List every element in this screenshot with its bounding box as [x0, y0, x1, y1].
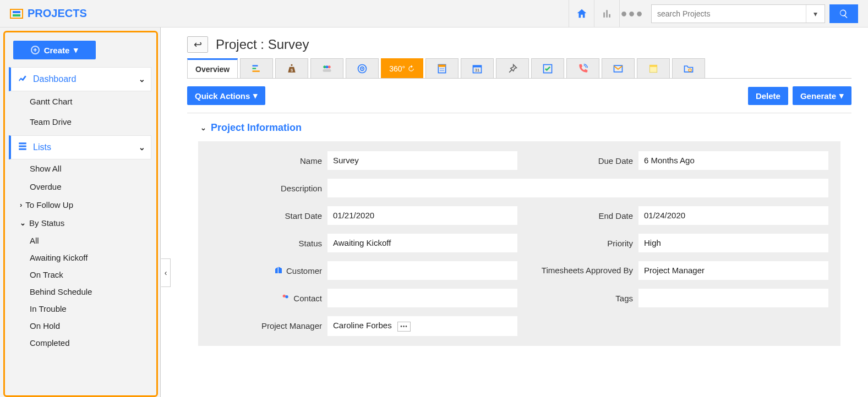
tab-money-icon[interactable]: $ [275, 58, 308, 78]
label-customer: Customer [220, 266, 322, 276]
sidebar: + Create ▾ Dashboard ⌄ Gantt Chart Team … [0, 27, 161, 397]
svg-rect-12 [439, 64, 446, 67]
nav-tofollowup[interactable]: › To Follow Up [3, 196, 157, 214]
label-description: Description [220, 184, 322, 193]
people-icon [281, 293, 290, 304]
label-customer-text: Customer [286, 266, 322, 275]
nav-dashboard[interactable]: Dashboard ⌄ [9, 67, 151, 91]
nav-gantt[interactable]: Gantt Chart [3, 91, 157, 112]
svg-rect-16 [473, 65, 482, 67]
value-pm-text: Caroline Forbes [333, 321, 392, 330]
caret-down-icon: ▾ [839, 91, 844, 101]
search-button[interactable] [829, 4, 858, 23]
tabstrip: Overview $ 360° 31 [187, 58, 851, 79]
brand-label: PROJECTS [28, 7, 87, 20]
value-name[interactable]: Survey [327, 151, 517, 170]
tab-overview[interactable]: Overview [187, 58, 238, 78]
nav-lists[interactable]: Lists ⌄ [9, 135, 151, 159]
status-onhold[interactable]: On Hold [3, 317, 157, 334]
value-contact[interactable] [327, 289, 517, 307]
nav-lists-label: Lists [33, 142, 51, 152]
value-priority[interactable]: High [638, 234, 828, 252]
nav-overdue[interactable]: Overdue [3, 178, 157, 196]
main: ↩ Project : Survey Overview $ 360° [161, 27, 868, 397]
value-description[interactable] [327, 179, 828, 197]
svg-rect-7 [323, 69, 331, 71]
nav-bystatus[interactable]: ⌄ By Status [3, 214, 157, 232]
svg-rect-0 [253, 65, 258, 67]
status-ontrack[interactable]: On Track [3, 266, 157, 283]
search-caret-icon[interactable]: ▾ [806, 5, 825, 23]
svg-rect-2 [253, 70, 260, 71]
chart-icon[interactable] [594, 0, 619, 27]
nav-showall[interactable]: Show All [3, 159, 157, 178]
more-icon[interactable]: ●●● [619, 0, 645, 27]
nav-tofollowup-label: To Follow Up [25, 200, 73, 209]
value-end-date[interactable]: 01/24/2020 [638, 206, 828, 225]
back-button[interactable]: ↩ [187, 36, 208, 53]
label-priority: Priority [523, 239, 633, 248]
sidebar-collapse-handle[interactable]: ‹ [161, 258, 171, 287]
caret-down-icon: ▾ [253, 91, 258, 101]
value-due-date[interactable]: 6 Months Ago [638, 151, 828, 170]
svg-point-6 [326, 65, 329, 68]
status-all[interactable]: All [3, 232, 157, 249]
value-pm[interactable]: Caroline Forbes ••• [327, 316, 517, 336]
tab-360[interactable]: 360° [381, 58, 423, 78]
home-icon[interactable] [569, 0, 594, 27]
tab-pin-icon[interactable] [496, 58, 529, 78]
tab-360-label: 360° [389, 64, 405, 73]
svg-text:31: 31 [475, 68, 479, 73]
tab-note-icon[interactable] [637, 58, 670, 78]
svg-rect-21 [650, 65, 657, 67]
nav-dashboard-label: Dashboard [33, 74, 76, 84]
tab-phone-icon[interactable] [566, 58, 599, 78]
nav-teamdrive[interactable]: Team Drive [3, 112, 157, 132]
label-end-date: End Date [523, 211, 633, 220]
brand[interactable]: PROJECTS [4, 7, 87, 20]
tab-check-icon[interactable] [531, 58, 564, 78]
tab-folder-icon[interactable] [672, 58, 705, 78]
quick-actions-label: Quick Actions [195, 91, 250, 101]
pm-more-button[interactable]: ••• [397, 322, 411, 332]
search-box[interactable]: ▾ [651, 4, 825, 23]
brand-icon [10, 9, 23, 19]
quick-actions-button[interactable]: Quick Actions ▾ [187, 86, 265, 105]
value-status[interactable]: Awaiting Kickoff [327, 234, 517, 252]
svg-point-24 [286, 295, 288, 298]
label-name: Name [220, 156, 322, 166]
generate-label: Generate [800, 91, 836, 101]
caret-down-icon: ▾ [74, 45, 78, 55]
create-button[interactable]: + Create ▾ [13, 41, 96, 59]
tab-calendar-icon[interactable]: 31 [461, 58, 494, 78]
value-start-date[interactable]: 01/21/2020 [327, 206, 517, 225]
tab-gantt-icon[interactable] [240, 58, 273, 78]
section-project-info[interactable]: ⌄ Project Information [200, 122, 851, 134]
tab-team-icon[interactable] [310, 58, 343, 78]
plus-icon: + [31, 46, 40, 54]
status-completed[interactable]: Completed [3, 334, 157, 351]
svg-point-22 [689, 69, 691, 71]
topbar: PROJECTS ●●● ▾ [0, 0, 868, 27]
nav-bystatus-label: By Status [29, 218, 64, 228]
generate-button[interactable]: Generate ▾ [793, 86, 851, 105]
value-customer[interactable] [327, 261, 517, 280]
page-title: Project : Survey [216, 37, 309, 52]
status-awaiting[interactable]: Awaiting Kickoff [3, 249, 157, 266]
status-introuble[interactable]: In Trouble [3, 300, 157, 317]
tab-invoice-icon[interactable] [425, 58, 458, 78]
label-start-date: Start Date [220, 211, 322, 220]
linechart-icon [18, 73, 28, 85]
value-tags[interactable] [638, 289, 828, 307]
tab-target-icon[interactable] [346, 58, 379, 78]
status-behind[interactable]: Behind Schedule [3, 283, 157, 300]
chevron-right-icon: › [20, 201, 22, 209]
delete-button[interactable]: Delete [748, 87, 788, 105]
svg-point-23 [283, 294, 286, 297]
value-timesheets[interactable]: Project Manager [638, 261, 828, 280]
label-timesheets: Timesheets Approved By [523, 266, 633, 275]
label-status: Status [220, 239, 322, 248]
search-input[interactable] [652, 9, 806, 18]
building-icon [274, 266, 283, 276]
tab-mail-icon[interactable] [602, 58, 635, 78]
